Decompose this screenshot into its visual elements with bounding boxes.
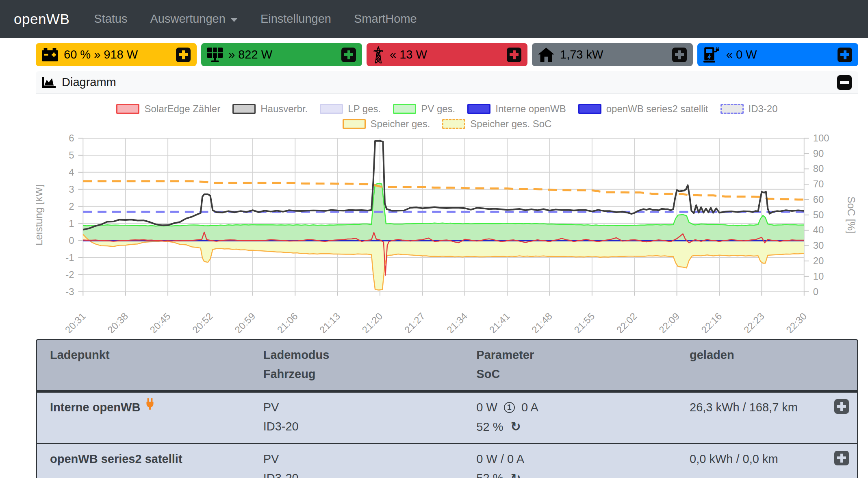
legend-item[interactable]: SolarEdge Zähler: [116, 103, 220, 115]
svg-text:21:41: 21:41: [487, 311, 512, 333]
legend-swatch: [442, 119, 465, 129]
legend-label: Speicher ges.: [371, 118, 430, 130]
svg-text:1: 1: [69, 218, 74, 229]
table-header-row: Ladepunkt LademodusFahrzeug ParameterSoC…: [37, 340, 857, 391]
house-icon: [538, 48, 554, 62]
svg-text:20:45: 20:45: [148, 311, 172, 333]
legend-item[interactable]: Speicher ges.: [343, 118, 430, 130]
svg-text:20:52: 20:52: [190, 311, 215, 333]
svg-text:70: 70: [813, 178, 824, 189]
nav-item-status[interactable]: Status: [94, 12, 127, 26]
legend-item[interactable]: ID3-20: [720, 103, 778, 115]
svg-text:21:27: 21:27: [402, 311, 427, 333]
svg-text:10: 10: [813, 271, 824, 282]
svg-text:30: 30: [813, 240, 824, 251]
diagram-card-header[interactable]: Diagramm: [36, 71, 858, 94]
badge-house-value: 1,73 kW: [560, 48, 603, 61]
svg-text:21:48: 21:48: [529, 311, 554, 333]
badge-battery-expand-icon[interactable]: [176, 48, 191, 62]
legend-item[interactable]: Speicher ges. SoC: [442, 118, 551, 130]
svg-text:20:31: 20:31: [63, 311, 88, 333]
legend-swatch: [320, 104, 343, 114]
svg-text:40: 40: [813, 225, 824, 236]
svg-text:Leistung [kW]: Leistung [kW]: [36, 185, 44, 246]
badge-battery[interactable]: 60 % » 918 W: [36, 43, 197, 66]
svg-text:-2: -2: [65, 269, 74, 280]
diagram-title: Diagramm: [62, 76, 116, 89]
svg-text:-3: -3: [65, 286, 74, 297]
chargepoint-name: openWB series2 satellit: [50, 450, 182, 469]
navbar: openWB Status Auswertungen Einstellungen…: [0, 0, 868, 38]
legend-item[interactable]: Hausverbr.: [232, 103, 308, 115]
svg-text:22:09: 22:09: [657, 311, 681, 333]
parameter-value: 0 W / 0 A: [476, 450, 677, 469]
svg-text:SoC [%]: SoC [%]: [846, 196, 857, 233]
col-header-soc: SoC: [476, 365, 677, 384]
status-badges-row: 60 % » 918 W » 822 W « 13 W 1,73 kW « 0 …: [36, 43, 858, 66]
row-expand-icon[interactable]: [834, 399, 849, 414]
legend-label: LP ges.: [348, 103, 381, 115]
table-row: openWB series2 satellit PVID3-20 0 W / 0…: [37, 443, 857, 478]
badge-chargepoints[interactable]: « 0 W: [697, 43, 858, 66]
nav-item-smarthome[interactable]: SmartHome: [354, 12, 417, 26]
lademodus-value: PV: [263, 450, 464, 469]
chargepoint-name: Interne openWB: [50, 398, 140, 417]
legend-label: openWB series2 satellit: [606, 103, 708, 115]
badge-battery-value: 60 % » 918 W: [64, 48, 138, 61]
legend-item[interactable]: openWB series2 satellit: [578, 103, 708, 115]
svg-text:20:59: 20:59: [232, 311, 257, 333]
svg-text:21:06: 21:06: [275, 311, 299, 333]
badge-grid[interactable]: « 13 W: [367, 43, 527, 66]
badge-house[interactable]: 1,73 kW: [532, 43, 693, 66]
fahrzeug-value: ID3-20: [263, 469, 464, 478]
badge-chargepoints-expand-icon[interactable]: [838, 48, 852, 62]
col-header-fahrzeug: Fahrzeug: [263, 365, 464, 384]
solar-panel-icon: [207, 48, 223, 62]
legend-item[interactable]: Interne openWB: [467, 103, 566, 115]
svg-text:2: 2: [69, 201, 74, 212]
badge-house-expand-icon[interactable]: [672, 48, 687, 62]
svg-text:21:34: 21:34: [445, 311, 469, 333]
svg-text:90: 90: [813, 148, 824, 159]
svg-text:21:20: 21:20: [360, 311, 384, 333]
badge-chargepoints-value: « 0 W: [726, 48, 757, 61]
brand-logo[interactable]: openWB: [14, 11, 69, 27]
svg-text:0: 0: [813, 286, 818, 297]
svg-text:3: 3: [69, 184, 74, 195]
svg-text:22:23: 22:23: [742, 311, 766, 333]
svg-text:22:30: 22:30: [784, 311, 809, 333]
svg-text:22:16: 22:16: [699, 311, 724, 333]
badge-pv-expand-icon[interactable]: [341, 48, 356, 62]
col-header-ladepunkt: Ladepunkt: [50, 345, 250, 365]
legend-label: PV ges.: [421, 103, 455, 115]
svg-text:22:02: 22:02: [614, 311, 639, 333]
diagram-collapse-icon[interactable]: [837, 75, 852, 90]
svg-text:80: 80: [813, 163, 824, 174]
badge-pv-value: » 822 W: [228, 48, 272, 61]
car-battery-icon: [42, 48, 58, 61]
diagram-chart: 6543210-1-2-320:3120:3820:4520:5220:5921…: [36, 131, 860, 333]
row-expand-icon[interactable]: [834, 451, 849, 465]
nav-item-einstellungen[interactable]: Einstellungen: [260, 12, 331, 26]
geladen-value: 0,0 kWh / 0,0 km: [690, 450, 857, 469]
svg-text:50: 50: [813, 209, 824, 220]
badge-grid-expand-icon[interactable]: [507, 48, 521, 62]
refresh-soc-icon[interactable]: ↻: [510, 417, 521, 437]
svg-text:20: 20: [813, 255, 824, 266]
phase-count-icon: 1: [504, 402, 515, 413]
legend-label: Hausverbr.: [260, 103, 308, 115]
legend-item[interactable]: PV ges.: [393, 103, 455, 115]
svg-text:21:55: 21:55: [572, 311, 597, 333]
soc-value: 52 %: [476, 417, 503, 437]
charging-station-icon: [703, 47, 720, 63]
col-header-geladen: geladen: [690, 345, 857, 365]
legend-label: Speicher ges. SoC: [470, 118, 551, 130]
lademodus-value: PV: [263, 398, 464, 417]
svg-text:20:38: 20:38: [105, 311, 130, 333]
badge-pv[interactable]: » 822 W: [201, 43, 362, 66]
badge-grid-value: « 13 W: [390, 48, 427, 61]
legend-item[interactable]: LP ges.: [320, 103, 381, 115]
nav-item-auswertungen[interactable]: Auswertungen: [150, 12, 237, 26]
refresh-soc-icon[interactable]: ↻: [510, 469, 521, 478]
chart-legend: SolarEdge ZählerHausverbr.LP ges.PV ges.…: [36, 103, 858, 130]
